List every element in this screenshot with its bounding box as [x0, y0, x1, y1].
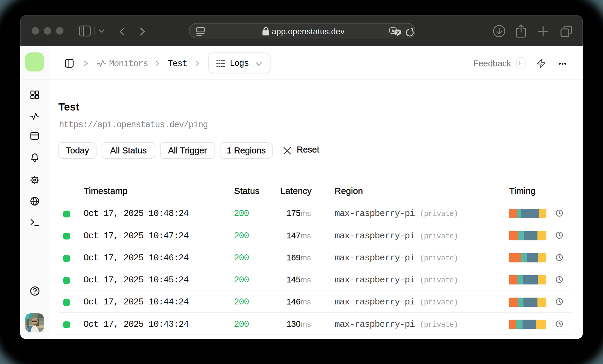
- svg-text:文: 文: [396, 30, 400, 35]
- svg-text:A: A: [391, 29, 394, 33]
